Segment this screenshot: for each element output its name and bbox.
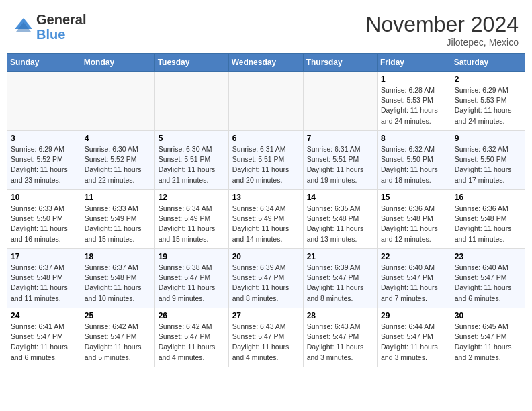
calendar-cell: 1Sunrise: 6:28 AM Sunset: 5:53 PM Daylig… xyxy=(378,72,451,131)
day-info: Sunrise: 6:38 AM Sunset: 5:47 PM Dayligh… xyxy=(159,263,225,304)
day-info: Sunrise: 6:33 AM Sunset: 5:50 PM Dayligh… xyxy=(11,203,77,244)
day-info: Sunrise: 6:42 AM Sunset: 5:47 PM Dayligh… xyxy=(159,322,225,363)
day-number: 28 xyxy=(307,311,373,320)
calendar-cell: 29Sunrise: 6:44 AM Sunset: 5:47 PM Dayli… xyxy=(378,308,451,367)
calendar-cell: 9Sunrise: 6:32 AM Sunset: 5:50 PM Daylig… xyxy=(451,131,525,190)
week-row-5: 24Sunrise: 6:41 AM Sunset: 5:47 PM Dayli… xyxy=(7,308,525,367)
day-number: 16 xyxy=(455,193,521,202)
calendar-cell: 23Sunrise: 6:40 AM Sunset: 5:47 PM Dayli… xyxy=(451,249,525,308)
logo-blue-text: Blue xyxy=(36,27,86,42)
day-info: Sunrise: 6:45 AM Sunset: 5:47 PM Dayligh… xyxy=(455,322,521,363)
day-number: 20 xyxy=(232,252,300,261)
day-number: 19 xyxy=(159,252,225,261)
day-info: Sunrise: 6:39 AM Sunset: 5:47 PM Dayligh… xyxy=(307,263,373,304)
calendar-cell: 12Sunrise: 6:34 AM Sunset: 5:49 PM Dayli… xyxy=(154,190,228,249)
days-of-week-row: SundayMondayTuesdayWednesdayThursdayFrid… xyxy=(7,54,525,72)
calendar-body: 1Sunrise: 6:28 AM Sunset: 5:53 PM Daylig… xyxy=(7,72,525,367)
day-info: Sunrise: 6:31 AM Sunset: 5:51 PM Dayligh… xyxy=(232,144,300,185)
day-info: Sunrise: 6:41 AM Sunset: 5:47 PM Dayligh… xyxy=(11,322,77,363)
calendar-cell: 26Sunrise: 6:42 AM Sunset: 5:47 PM Dayli… xyxy=(154,308,228,367)
calendar-cell: 16Sunrise: 6:36 AM Sunset: 5:48 PM Dayli… xyxy=(451,190,525,249)
day-info: Sunrise: 6:28 AM Sunset: 5:53 PM Dayligh… xyxy=(381,85,447,126)
day-number: 1 xyxy=(381,75,447,84)
logo-general-text: General xyxy=(36,12,86,27)
day-number: 23 xyxy=(455,252,521,261)
day-info: Sunrise: 6:30 AM Sunset: 5:52 PM Dayligh… xyxy=(85,144,151,185)
calendar-cell xyxy=(303,72,377,131)
calendar-cell: 28Sunrise: 6:43 AM Sunset: 5:47 PM Dayli… xyxy=(303,308,377,367)
day-number: 18 xyxy=(85,252,151,261)
logo-icon xyxy=(13,17,34,37)
calendar-cell: 19Sunrise: 6:38 AM Sunset: 5:47 PM Dayli… xyxy=(154,249,228,308)
day-number: 11 xyxy=(85,193,151,202)
day-info: Sunrise: 6:43 AM Sunset: 5:47 PM Dayligh… xyxy=(232,322,300,363)
day-info: Sunrise: 6:29 AM Sunset: 5:52 PM Dayligh… xyxy=(11,144,77,185)
calendar-cell: 14Sunrise: 6:35 AM Sunset: 5:48 PM Dayli… xyxy=(303,190,377,249)
calendar-cell: 15Sunrise: 6:36 AM Sunset: 5:48 PM Dayli… xyxy=(378,190,451,249)
day-number: 8 xyxy=(381,134,447,143)
dow-header-thursday: Thursday xyxy=(303,54,377,72)
day-info: Sunrise: 6:33 AM Sunset: 5:49 PM Dayligh… xyxy=(85,203,151,244)
week-row-1: 1Sunrise: 6:28 AM Sunset: 5:53 PM Daylig… xyxy=(7,72,525,131)
logo: General Blue xyxy=(13,12,86,42)
day-number: 25 xyxy=(85,311,151,320)
day-info: Sunrise: 6:32 AM Sunset: 5:50 PM Dayligh… xyxy=(455,144,521,185)
calendar-cell: 10Sunrise: 6:33 AM Sunset: 5:50 PM Dayli… xyxy=(7,190,81,249)
dow-header-saturday: Saturday xyxy=(451,54,525,72)
dow-header-monday: Monday xyxy=(81,54,154,72)
calendar-cell: 21Sunrise: 6:39 AM Sunset: 5:47 PM Dayli… xyxy=(303,249,377,308)
day-number: 30 xyxy=(455,311,521,320)
day-number: 14 xyxy=(307,193,373,202)
calendar-cell: 13Sunrise: 6:34 AM Sunset: 5:49 PM Dayli… xyxy=(228,190,303,249)
calendar-cell: 27Sunrise: 6:43 AM Sunset: 5:47 PM Dayli… xyxy=(228,308,303,367)
day-number: 21 xyxy=(307,252,373,261)
month-title: November 2024 xyxy=(365,12,519,37)
day-number: 9 xyxy=(455,134,521,143)
calendar-cell: 24Sunrise: 6:41 AM Sunset: 5:47 PM Dayli… xyxy=(7,308,81,367)
calendar-cell: 6Sunrise: 6:31 AM Sunset: 5:51 PM Daylig… xyxy=(228,131,303,190)
day-info: Sunrise: 6:44 AM Sunset: 5:47 PM Dayligh… xyxy=(381,322,447,363)
day-info: Sunrise: 6:35 AM Sunset: 5:48 PM Dayligh… xyxy=(307,203,373,244)
day-info: Sunrise: 6:42 AM Sunset: 5:47 PM Dayligh… xyxy=(85,322,151,363)
day-number: 15 xyxy=(381,193,447,202)
day-number: 29 xyxy=(381,311,447,320)
calendar-cell xyxy=(7,72,81,131)
calendar-cell: 8Sunrise: 6:32 AM Sunset: 5:50 PM Daylig… xyxy=(378,131,451,190)
calendar-cell: 20Sunrise: 6:39 AM Sunset: 5:47 PM Dayli… xyxy=(228,249,303,308)
day-number: 27 xyxy=(232,311,300,320)
calendar-cell xyxy=(81,72,154,131)
calendar-cell: 3Sunrise: 6:29 AM Sunset: 5:52 PM Daylig… xyxy=(7,131,81,190)
day-number: 5 xyxy=(159,134,225,143)
calendar-table: SundayMondayTuesdayWednesdayThursdayFrid… xyxy=(7,53,525,367)
calendar-cell: 18Sunrise: 6:37 AM Sunset: 5:48 PM Dayli… xyxy=(81,249,154,308)
week-row-3: 10Sunrise: 6:33 AM Sunset: 5:50 PM Dayli… xyxy=(7,190,525,249)
dow-header-sunday: Sunday xyxy=(7,54,81,72)
day-number: 4 xyxy=(85,134,151,143)
day-number: 10 xyxy=(11,193,77,202)
dow-header-friday: Friday xyxy=(378,54,451,72)
day-info: Sunrise: 6:43 AM Sunset: 5:47 PM Dayligh… xyxy=(307,322,373,363)
calendar-cell xyxy=(154,72,228,131)
calendar-cell: 25Sunrise: 6:42 AM Sunset: 5:47 PM Dayli… xyxy=(81,308,154,367)
dow-header-tuesday: Tuesday xyxy=(154,54,228,72)
day-number: 24 xyxy=(11,311,77,320)
day-info: Sunrise: 6:34 AM Sunset: 5:49 PM Dayligh… xyxy=(232,203,300,244)
week-row-2: 3Sunrise: 6:29 AM Sunset: 5:52 PM Daylig… xyxy=(7,131,525,190)
day-info: Sunrise: 6:40 AM Sunset: 5:47 PM Dayligh… xyxy=(455,263,521,304)
day-number: 22 xyxy=(381,252,447,261)
calendar-cell: 2Sunrise: 6:29 AM Sunset: 5:53 PM Daylig… xyxy=(451,72,525,131)
day-info: Sunrise: 6:37 AM Sunset: 5:48 PM Dayligh… xyxy=(85,263,151,304)
calendar-cell: 5Sunrise: 6:30 AM Sunset: 5:51 PM Daylig… xyxy=(154,131,228,190)
day-info: Sunrise: 6:39 AM Sunset: 5:47 PM Dayligh… xyxy=(232,263,300,304)
day-number: 17 xyxy=(11,252,77,261)
title-block: November 2024 Jilotepec, Mexico xyxy=(365,12,519,48)
calendar-cell: 4Sunrise: 6:30 AM Sunset: 5:52 PM Daylig… xyxy=(81,131,154,190)
day-number: 12 xyxy=(159,193,225,202)
day-info: Sunrise: 6:34 AM Sunset: 5:49 PM Dayligh… xyxy=(159,203,225,244)
day-info: Sunrise: 6:36 AM Sunset: 5:48 PM Dayligh… xyxy=(455,203,521,244)
calendar-cell: 17Sunrise: 6:37 AM Sunset: 5:48 PM Dayli… xyxy=(7,249,81,308)
day-info: Sunrise: 6:40 AM Sunset: 5:47 PM Dayligh… xyxy=(381,263,447,304)
day-number: 7 xyxy=(307,134,373,143)
calendar-cell: 11Sunrise: 6:33 AM Sunset: 5:49 PM Dayli… xyxy=(81,190,154,249)
day-info: Sunrise: 6:36 AM Sunset: 5:48 PM Dayligh… xyxy=(381,203,447,244)
